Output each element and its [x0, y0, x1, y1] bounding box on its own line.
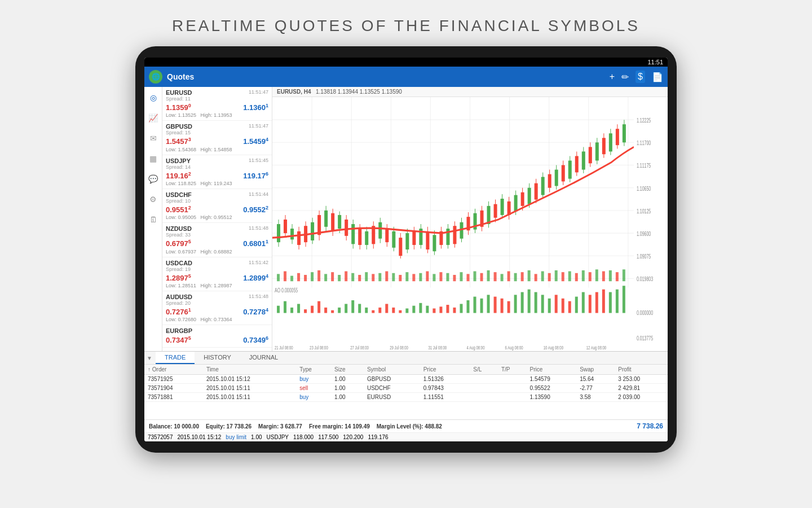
chart-canvas[interactable]: AO 0.000055 [272, 97, 668, 351]
free-margin-value: Free margin: 14 109.49 [309, 423, 370, 430]
cell-order: 73571881 [144, 393, 203, 402]
svg-rect-133 [351, 273, 354, 281]
svg-rect-135 [365, 272, 368, 281]
quote-time: 11:51:48 [249, 225, 268, 232]
cell-current-price: 0.95522 [527, 384, 577, 393]
cell-swap: 3.58 [576, 393, 615, 402]
svg-rect-163 [555, 270, 558, 281]
svg-rect-144 [426, 271, 429, 282]
sidebar-item-terminal[interactable]: ▦ [147, 152, 160, 165]
sidebar-item-quotes[interactable]: ◎ [147, 91, 160, 104]
quote-ask: 0.68011 [243, 239, 268, 248]
table-row[interactable]: 73571881 2015.10.01 15:11 buy 1.00 EURUS… [144, 393, 668, 402]
quote-bid: 0.95512 [166, 205, 191, 214]
sidebar-item-chart[interactable]: 📈 [147, 112, 160, 124]
list-item[interactable]: NZDUSD 11:51:48 Spread: 33 0.67975 0.680… [162, 223, 272, 257]
svg-rect-153 [487, 270, 490, 281]
svg-rect-170 [602, 271, 605, 282]
svg-rect-179 [304, 309, 307, 313]
col-price: Price [420, 365, 470, 375]
svg-rect-211 [521, 292, 524, 313]
list-item[interactable]: GBPUSD 11:51:47 Spread: 15 1.54573 1.545… [162, 121, 272, 155]
svg-text:1.11700: 1.11700 [637, 140, 651, 147]
svg-rect-125 [297, 273, 300, 281]
svg-text:23 Jul 08:00: 23 Jul 08:00 [310, 344, 328, 351]
svg-rect-185 [345, 304, 347, 313]
edit-icon[interactable]: ✏ [621, 72, 629, 82]
quote-time: 11:51:44 [249, 191, 268, 198]
quote-ask: 0.72784 [243, 307, 268, 316]
col-time: Time [203, 365, 296, 375]
svg-rect-168 [589, 272, 592, 281]
cell-tp [498, 393, 527, 402]
svg-rect-184 [338, 308, 341, 313]
pending-order-row[interactable]: 73572057 2015.10.01 15:12 buy limit 1.00… [144, 432, 668, 441]
quote-spread: Spread: 33 [166, 232, 268, 238]
cell-swap: -2.77 [576, 384, 615, 393]
svg-rect-129 [324, 274, 327, 281]
list-item[interactable]: USDJPY 11:51:45 Spread: 14 119.162 119.1… [162, 155, 272, 189]
svg-rect-190 [378, 308, 381, 313]
list-item[interactable]: USDCHF 11:51:44 Spread: 10 0.95512 0.955… [162, 189, 272, 223]
quote-low-high: Low: 0.67937 High: 0.68882 [166, 249, 268, 255]
svg-rect-127 [311, 272, 314, 281]
sidebar-item-mail[interactable]: ✉ [147, 132, 160, 144]
svg-rect-226 [623, 286, 625, 313]
svg-rect-137 [378, 273, 381, 281]
dollar-icon[interactable]: $ [636, 71, 645, 83]
quote-symbol: USDCHF [166, 191, 192, 198]
add-icon[interactable]: + [610, 72, 615, 82]
quote-symbol: EURUSD [166, 89, 192, 96]
sidebar-item-settings[interactable]: ⚙ [147, 193, 160, 205]
list-item[interactable]: EURUSD 11:51:47 Spread: 11 1.13590 1.136… [162, 87, 272, 121]
sidebar-item-calendar[interactable]: 🗓 [147, 213, 160, 226]
table-row[interactable]: 73571904 2015.10.01 15:11 sell 1.00 USDC… [144, 384, 668, 393]
margin-value: Margin: 3 628.77 [258, 423, 302, 430]
list-item[interactable]: USDCAD 11:51:42 Spread: 19 1.28975 1.289… [162, 257, 272, 291]
svg-rect-188 [365, 308, 368, 313]
quote-spread: Spread: 10 [166, 198, 268, 204]
quote-symbol: EURGBP [166, 327, 192, 334]
quote-bid: 1.13590 [166, 103, 191, 112]
tab-journal[interactable]: JOURNAL [240, 352, 287, 364]
cell-current-price: 1.13590 [527, 393, 577, 402]
list-item[interactable]: AUDUSD 11:51:48 Spread: 20 0.72761 0.727… [162, 291, 272, 325]
pending-order-current: 119.176 [368, 434, 388, 440]
col-sl: S/L [470, 365, 498, 375]
svg-text:1.10650: 1.10650 [637, 185, 651, 192]
svg-rect-141 [405, 272, 408, 281]
svg-rect-224 [609, 292, 612, 313]
cell-symbol: EURUSD [364, 393, 420, 402]
svg-text:29 Jul 08:00: 29 Jul 08:00 [390, 344, 408, 351]
quote-time: 11:51:47 [249, 123, 268, 130]
svg-rect-164 [562, 272, 564, 281]
chart-svg: AO 0.000055 [272, 97, 668, 351]
tab-history[interactable]: HISTORY [195, 352, 240, 364]
margin-level-value: Margin Level (%): 488.82 [377, 423, 442, 430]
document-icon[interactable]: 📄 [652, 72, 663, 82]
list-item[interactable]: EURGBP 0.73475 0.73496 [162, 325, 272, 347]
svg-rect-204 [474, 297, 476, 313]
svg-rect-147 [446, 273, 449, 281]
sidebar-item-chat[interactable]: 💬 [147, 173, 160, 185]
svg-rect-210 [514, 295, 517, 313]
bottom-tabs: ▼ TRADE HISTORY JOURNAL [144, 352, 668, 365]
cell-size: 1.00 [331, 375, 364, 384]
svg-rect-146 [439, 272, 442, 281]
quote-spread: Spread: 19 [166, 266, 268, 272]
svg-rect-145 [433, 274, 435, 281]
cell-tp [498, 384, 527, 393]
cell-swap: 15.64 [576, 375, 615, 384]
svg-rect-222 [595, 292, 598, 313]
cell-price: 1.51326 [420, 375, 470, 384]
cell-sl [470, 384, 498, 393]
chart-area: EURUSD, H4 1.13818 1.13944 1.13525 1.135… [272, 87, 668, 351]
svg-rect-221 [589, 295, 592, 313]
page-title: REALTIME QUOTES OF THE FINANCIAL SYMBOLS [172, 17, 640, 35]
tab-trade[interactable]: TRADE [156, 352, 195, 364]
svg-rect-223 [602, 290, 605, 313]
svg-rect-213 [535, 292, 537, 313]
svg-rect-197 [426, 306, 429, 313]
svg-rect-161 [541, 271, 544, 282]
table-row[interactable]: 73571925 2015.10.01 15:12 buy 1.00 GBPUS… [144, 375, 668, 384]
